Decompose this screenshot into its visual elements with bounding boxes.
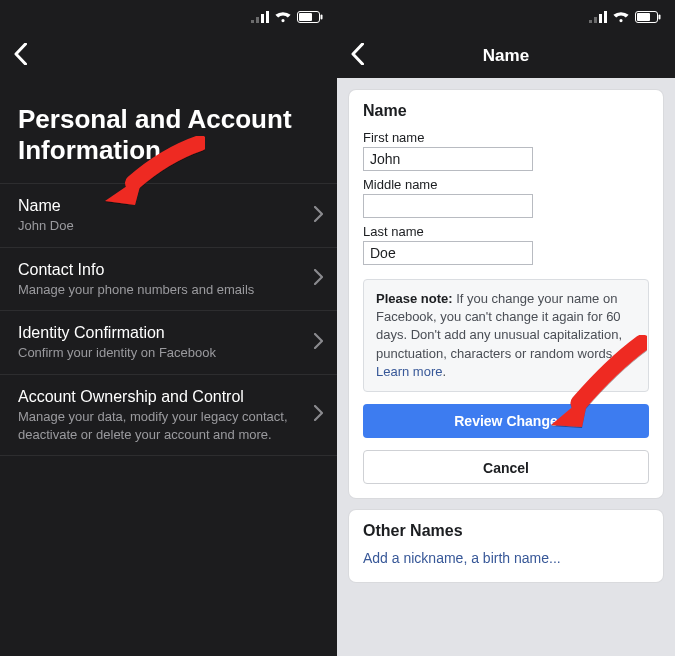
nav-bar <box>0 34 337 78</box>
chevron-right-icon <box>314 269 323 289</box>
svg-rect-0 <box>251 20 254 23</box>
list-item-account-ownership[interactable]: Account Ownership and Control Manage you… <box>0 375 337 456</box>
last-name-input[interactable] <box>363 241 533 265</box>
first-name-label: First name <box>363 130 649 145</box>
name-card: Name First name Middle name Last name Pl… <box>349 90 663 498</box>
list-item-title: Identity Confirmation <box>18 323 295 343</box>
svg-rect-2 <box>261 14 264 23</box>
add-nickname-link[interactable]: Add a nickname, a birth name... <box>363 546 649 568</box>
cancel-button[interactable]: Cancel <box>363 450 649 484</box>
first-name-input[interactable] <box>363 147 533 171</box>
svg-rect-12 <box>637 13 650 21</box>
content-area: Name First name Middle name Last name Pl… <box>337 78 675 656</box>
back-button[interactable] <box>351 43 364 69</box>
list-item-subtitle: Confirm your identity on Facebook <box>18 344 295 362</box>
battery-icon <box>635 11 661 23</box>
svg-rect-9 <box>599 14 602 23</box>
section-heading-other-names: Other Names <box>363 522 649 540</box>
list-item-subtitle: John Doe <box>18 217 295 235</box>
settings-list: Name John Doe Contact Info Manage your p… <box>0 183 337 456</box>
list-item-title: Name <box>18 196 295 216</box>
signal-icon <box>589 11 607 23</box>
list-item-subtitle: Manage your phone numbers and emails <box>18 281 295 299</box>
battery-icon <box>297 11 323 23</box>
list-item-title: Contact Info <box>18 260 295 280</box>
last-name-label: Last name <box>363 224 649 239</box>
nav-title: Name <box>483 46 529 66</box>
status-bar <box>337 0 675 34</box>
chevron-right-icon <box>314 405 323 425</box>
svg-rect-8 <box>594 17 597 23</box>
screen-edit-name: Name Name First name Middle name Last na… <box>337 0 675 656</box>
list-item-name[interactable]: Name John Doe <box>0 184 337 248</box>
list-item-identity-confirmation[interactable]: Identity Confirmation Confirm your ident… <box>0 311 337 375</box>
note-box: Please note: If you change your name on … <box>363 279 649 392</box>
chevron-right-icon <box>314 206 323 226</box>
svg-rect-1 <box>256 17 259 23</box>
chevron-left-icon <box>351 43 364 65</box>
svg-rect-6 <box>321 15 323 20</box>
note-bold: Please note: <box>376 291 453 306</box>
svg-rect-10 <box>604 11 607 23</box>
status-bar <box>0 0 337 34</box>
chevron-left-icon <box>14 43 27 65</box>
signal-icon <box>251 11 269 23</box>
screen-account-info: Personal and Account Information Name Jo… <box>0 0 337 656</box>
svg-rect-5 <box>299 13 312 21</box>
svg-rect-13 <box>659 15 661 20</box>
wifi-icon <box>275 11 291 23</box>
review-change-button[interactable]: Review Change <box>363 404 649 438</box>
nav-bar: Name <box>337 34 675 78</box>
page-title: Personal and Account Information <box>0 78 337 183</box>
list-item-title: Account Ownership and Control <box>18 387 295 407</box>
middle-name-label: Middle name <box>363 177 649 192</box>
list-item-subtitle: Manage your data, modify your legacy con… <box>18 408 295 443</box>
chevron-right-icon <box>314 333 323 353</box>
list-item-contact-info[interactable]: Contact Info Manage your phone numbers a… <box>0 248 337 312</box>
back-button[interactable] <box>14 43 27 69</box>
svg-rect-7 <box>589 20 592 23</box>
learn-more-link[interactable]: Learn more <box>376 364 442 379</box>
section-heading-name: Name <box>363 102 649 120</box>
wifi-icon <box>613 11 629 23</box>
middle-name-input[interactable] <box>363 194 533 218</box>
other-names-card: Other Names Add a nickname, a birth name… <box>349 510 663 582</box>
svg-rect-3 <box>266 11 269 23</box>
